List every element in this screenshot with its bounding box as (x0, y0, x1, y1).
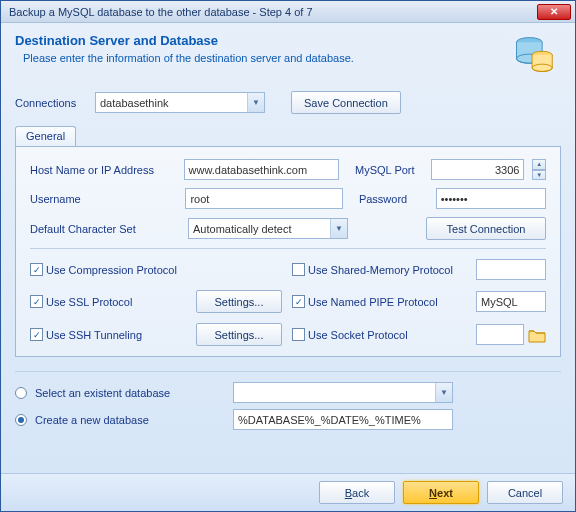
charset-value: Automatically detect (193, 223, 291, 235)
window-title: Backup a MySQL database to the other dat… (9, 6, 537, 18)
ssh-label: Use SSH Tunneling (46, 329, 196, 341)
database-icon (511, 33, 555, 77)
page-subtitle: Please enter the information of the dest… (15, 52, 511, 64)
chevron-down-icon: ▼ (435, 383, 452, 402)
back-button[interactable]: BBackack (319, 481, 395, 504)
wizard-footer: BBackack NNextext Cancel (1, 473, 575, 511)
general-panel: Host Name or IP Address www.databasethin… (15, 146, 561, 357)
charset-combo[interactable]: Automatically detect ▼ (188, 218, 348, 239)
compression-checkbox[interactable]: ✓ (30, 263, 43, 276)
existing-database-combo[interactable]: ▼ (233, 382, 453, 403)
ssh-checkbox[interactable]: ✓ (30, 328, 43, 341)
username-label: Username (30, 193, 177, 205)
select-existing-row: Select an existent database ▼ (15, 382, 561, 403)
named-pipe-checkbox[interactable]: ✓ (292, 295, 305, 308)
named-pipe-input[interactable]: MySQL (476, 291, 546, 312)
spinner-down-icon[interactable]: ▼ (532, 170, 546, 181)
save-connection-button[interactable]: Save Connection (291, 91, 401, 114)
socket-label: Use Socket Protocol (308, 329, 476, 341)
socket-input[interactable] (476, 324, 524, 345)
host-label: Host Name or IP Address (30, 164, 176, 176)
ssl-checkbox[interactable]: ✓ (30, 295, 43, 308)
username-input[interactable]: root (185, 188, 342, 209)
connections-combo[interactable]: databasethink ▼ (95, 92, 265, 113)
protocol-options: ✓ Use Compression Protocol Use Shared-Me… (30, 259, 546, 346)
named-pipe-label: Use Named PIPE Protocol (308, 296, 476, 308)
select-existing-label: Select an existent database (35, 387, 225, 399)
spinner-up-icon[interactable]: ▲ (532, 159, 546, 170)
shared-memory-label: Use Shared-Memory Protocol (308, 264, 476, 276)
ssl-label: Use SSL Protocol (46, 296, 196, 308)
connections-label: Connections (15, 97, 87, 109)
divider (15, 371, 561, 372)
test-connection-button[interactable]: Test Connection (426, 217, 546, 240)
port-spinner[interactable]: ▲▼ (532, 159, 546, 180)
host-input[interactable]: www.databasethink.com (184, 159, 340, 180)
connections-row: Connections databasethink ▼ Save Connect… (15, 85, 561, 124)
tab-general[interactable]: General (15, 126, 76, 146)
next-button[interactable]: NNextext (403, 481, 479, 504)
create-new-radio[interactable] (15, 414, 27, 426)
chevron-down-icon: ▼ (330, 219, 347, 238)
ssh-settings-button[interactable]: Settings... (196, 323, 282, 346)
chevron-down-icon: ▼ (247, 93, 264, 112)
close-button[interactable]: ✕ (537, 4, 571, 20)
port-input[interactable]: 3306 (431, 159, 524, 180)
shared-memory-checkbox[interactable] (292, 263, 305, 276)
create-new-row: Create a new database %DATABASE%_%DATE%_… (15, 409, 561, 430)
wizard-window: Backup a MySQL database to the other dat… (0, 0, 576, 512)
tab-strip: General (15, 126, 561, 146)
database-target-area: Select an existent database ▼ Create a n… (1, 357, 575, 480)
shared-memory-input[interactable] (476, 259, 546, 280)
folder-icon[interactable] (528, 327, 546, 343)
wizard-header: Destination Server and Database Please e… (1, 23, 575, 85)
titlebar: Backup a MySQL database to the other dat… (1, 1, 575, 23)
new-database-input[interactable]: %DATABASE%_%DATE%_%TIME% (233, 409, 453, 430)
compression-label: Use Compression Protocol (46, 264, 196, 276)
cancel-button[interactable]: Cancel (487, 481, 563, 504)
port-label: MySQL Port (355, 164, 423, 176)
password-label: Password (359, 193, 428, 205)
divider (30, 248, 546, 249)
page-title: Destination Server and Database (15, 33, 511, 48)
create-new-label: Create a new database (35, 414, 225, 426)
socket-checkbox[interactable] (292, 328, 305, 341)
select-existing-radio[interactable] (15, 387, 27, 399)
ssl-settings-button[interactable]: Settings... (196, 290, 282, 313)
password-input[interactable]: ••••••• (436, 188, 546, 209)
connections-value: databasethink (100, 97, 169, 109)
charset-label: Default Character Set (30, 223, 180, 235)
